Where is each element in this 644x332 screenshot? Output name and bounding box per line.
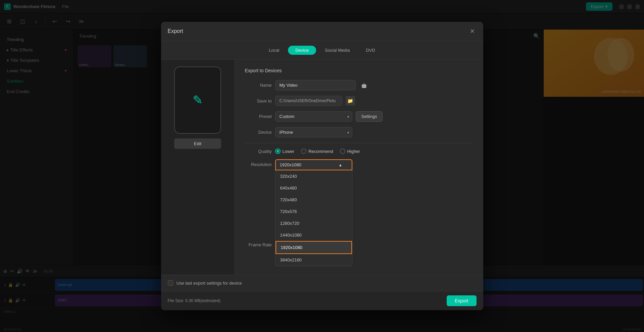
radio-higher-circle <box>340 149 345 154</box>
file-size-label: File Size: <box>168 298 184 303</box>
quality-lower[interactable]: Lower <box>275 149 294 154</box>
last-export-checkbox[interactable] <box>168 280 173 286</box>
quality-higher[interactable]: Higher <box>340 149 360 154</box>
device-screen-icon: ✎ <box>193 93 203 107</box>
file-size-value: 6.36 MB(estimated) <box>185 298 220 303</box>
export-modal: Export ✕ Local Device Social Media DVD ✎… <box>161 22 483 310</box>
preset-row: Preset Custom ▾ Settings <box>245 111 473 122</box>
res-option-640[interactable]: 640x480 <box>276 182 352 194</box>
preset-select[interactable]: Custom <box>275 111 352 122</box>
preset-label: Preset <box>245 114 272 119</box>
save-to-row: Save to C:/Users/USER/OneDrive/Pictu 📁 <box>245 96 473 106</box>
preset-select-wrapper: Custom ▾ <box>275 111 352 122</box>
tab-social-media[interactable]: Social Media <box>317 46 357 55</box>
res-option-720-480[interactable]: 720x480 <box>276 194 352 206</box>
resolution-display[interactable]: 1920x1080 ▴ <box>275 159 352 170</box>
save-to-path[interactable]: C:/Users/USER/OneDrive/Pictu <box>275 96 342 106</box>
quality-recommend[interactable]: Recommend <box>301 149 333 154</box>
folder-icon[interactable]: 📁 <box>346 96 355 106</box>
res-option-320[interactable]: 320x240 <box>276 170 352 182</box>
save-to-label: Save to <box>245 98 272 103</box>
device-select[interactable]: iPhone <box>275 127 352 137</box>
form-section-title: Export to Devices <box>245 68 473 73</box>
res-option-3840[interactable]: 3840x2160 <box>276 254 352 266</box>
resolution-current-value: 1920x1080 <box>280 162 301 167</box>
radio-recommend-circle <box>301 149 306 154</box>
res-option-1920[interactable]: 1920x1080 <box>276 241 352 254</box>
settings-button[interactable]: Settings <box>356 111 383 122</box>
ai-icon[interactable]: 🤖 <box>361 83 367 88</box>
res-option-1280[interactable]: 1280x720 <box>276 217 352 229</box>
quality-options: Lower Recommend Higher <box>275 149 360 154</box>
tab-device[interactable]: Device <box>288 46 316 55</box>
form-panel: Export to Devices Name 🤖 Save to C:/User… <box>235 60 483 275</box>
app-shell: F Wondershare Filmora File Export ▾ — □ … <box>0 0 644 332</box>
resolution-label: Resolution <box>245 162 272 167</box>
device-label: Device <box>245 130 272 135</box>
resolution-caret: ▴ <box>339 162 342 167</box>
quality-higher-label: Higher <box>347 149 360 154</box>
modal-footer: File Size: 6.36 MB(estimated) Export <box>161 291 483 310</box>
file-size-info: File Size: 6.36 MB(estimated) <box>168 298 220 303</box>
resolution-row: Resolution 1920x1080 ▴ 320x240 640x480 7… <box>245 159 473 170</box>
edit-button[interactable]: Edit <box>174 138 221 149</box>
tab-local[interactable]: Local <box>261 46 287 55</box>
radio-lower-inner <box>277 150 279 153</box>
device-row: Device iPhone ▾ <box>245 127 473 137</box>
resolution-dropdown: 320x240 640x480 720x480 720x576 1280x720… <box>275 170 352 266</box>
device-preview: ✎ <box>174 67 221 134</box>
quality-lower-label: Lower <box>283 149 294 154</box>
modal-header: Export ✕ <box>161 22 483 41</box>
name-input[interactable] <box>275 80 356 90</box>
form-divider <box>245 143 473 143</box>
quality-row: Quality Lower Recommend <box>245 149 473 154</box>
modal-title: Export <box>168 28 183 34</box>
name-row: Name 🤖 <box>245 80 473 90</box>
checkbox-row: Use last export settings for device <box>161 275 483 291</box>
quality-recommend-label: Recommend <box>308 149 333 154</box>
frame-rate-label: Frame Rate <box>245 242 272 247</box>
modal-body: ✎ Edit Export to Devices Name 🤖 Sa <box>161 60 483 275</box>
radio-lower-circle <box>275 149 281 154</box>
checkbox-label: Use last export settings for device <box>177 281 242 286</box>
modal-tabs: Local Device Social Media DVD <box>161 41 483 60</box>
modal-close-button[interactable]: ✕ <box>468 27 477 35</box>
resolution-select-wrapper[interactable]: 1920x1080 ▴ 320x240 640x480 720x480 720x… <box>275 159 352 170</box>
quality-label: Quality <box>245 149 272 154</box>
footer-export-button[interactable]: Export <box>447 295 476 306</box>
res-option-720-576[interactable]: 720x576 <box>276 206 352 217</box>
modal-overlay: Export ✕ Local Device Social Media DVD ✎… <box>0 0 644 332</box>
res-option-1440[interactable]: 1440x1080 <box>276 229 352 241</box>
device-panel: ✎ Edit <box>161 60 235 275</box>
device-select-wrapper: iPhone ▾ <box>275 127 352 137</box>
name-label: Name <box>245 83 272 88</box>
tab-dvd[interactable]: DVD <box>358 46 382 55</box>
